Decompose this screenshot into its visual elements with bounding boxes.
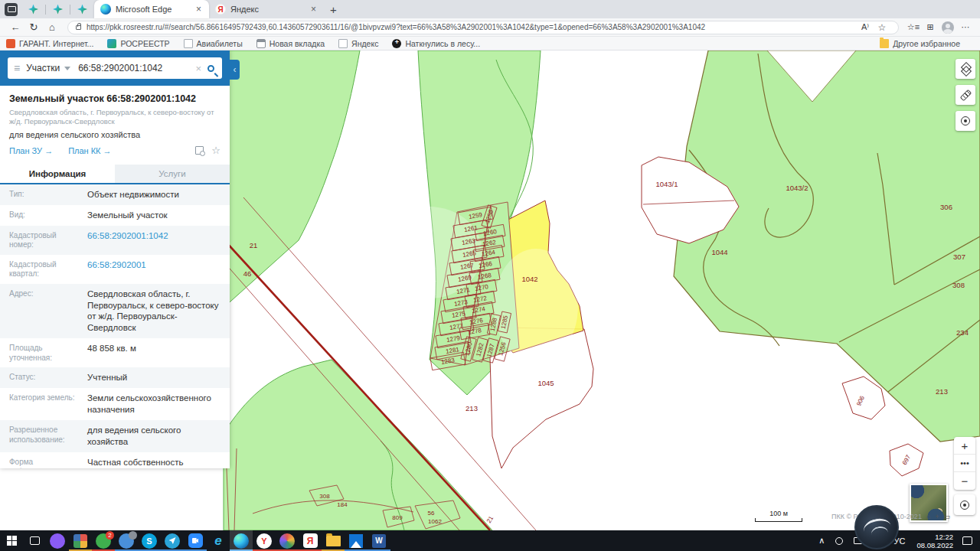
bookmark-label: Авиабилеты <box>197 39 243 48</box>
search-input[interactable]: 66:58:2902001:1042 <box>78 63 189 73</box>
star-icon[interactable]: ☆ <box>211 146 220 155</box>
parcel-label: 1062 <box>428 518 442 525</box>
new-tab-button[interactable]: + <box>330 3 337 16</box>
bookmark-item[interactable]: РОСРЕЕСТР <box>107 39 169 48</box>
search-box[interactable]: ≡ Участки 66:58:2902001:1042 × <box>8 57 222 79</box>
plan-zu-link[interactable]: План ЗУ → <box>9 146 53 155</box>
taskbar-app-2gis[interactable]: 2 <box>92 530 115 551</box>
taskbar-app-internet-explorer[interactable]: e <box>207 530 230 551</box>
favorite-star-icon[interactable]: ☆ <box>874 22 890 33</box>
word-icon: W <box>372 534 386 548</box>
locate-point-button[interactable] <box>956 111 975 131</box>
profile-avatar[interactable] <box>942 21 954 34</box>
taskbar-app-yandex[interactable]: Я <box>299 530 322 551</box>
address-bar[interactable]: https://pkk.rosreestr.ru/#/search/56.866… <box>67 21 899 34</box>
info-label: Категория земель: <box>9 393 80 416</box>
bookmark-item[interactable]: Новая вкладка <box>256 39 325 48</box>
taskbar-app-telegram[interactable] <box>161 530 184 551</box>
close-tab-icon[interactable]: × <box>194 4 203 15</box>
action-center-icon[interactable] <box>962 536 972 545</box>
notification-badge: 2 <box>106 531 114 540</box>
refresh-button[interactable]: ↻ <box>24 21 43 33</box>
read-aloud-icon[interactable]: A⁾ <box>857 22 874 32</box>
other-favorites-label: Другое избранное <box>893 39 960 48</box>
pkk-pinned-tab-icon[interactable] <box>77 5 87 15</box>
bookmark-item[interactable]: Яндекс <box>338 39 378 48</box>
url-text[interactable]: https://pkk.rosreestr.ru/#/search/56.866… <box>87 23 857 31</box>
tray-app-icon[interactable] <box>835 537 843 545</box>
zoom-out-button[interactable]: − <box>954 472 975 490</box>
bookmark-list: ГАРАНТ. Интернет...РОСРЕЕСТРАвиабилетыНо… <box>6 39 494 48</box>
menu-icon[interactable]: ≡ <box>14 62 20 74</box>
garant-favicon <box>6 39 15 48</box>
plan-kk-link[interactable]: План КК → <box>68 146 111 155</box>
bookmark-item[interactable]: ГАРАНТ. Интернет... <box>6 39 93 48</box>
taskbar-app-skype[interactable]: S <box>138 530 161 551</box>
tab-yandex[interactable]: Я Яндекс × <box>209 0 324 18</box>
zoom-in-button[interactable]: + <box>954 437 975 455</box>
taskbar-app-photos-collage[interactable] <box>69 530 92 551</box>
home-mini-icon[interactable]: ⌂ <box>926 513 930 520</box>
start-button[interactable] <box>0 530 23 551</box>
folder-icon <box>880 39 889 48</box>
tab-microsoft-edge[interactable]: Microsoft Edge × <box>94 0 209 18</box>
edge-icon <box>234 533 249 549</box>
info-value-link[interactable]: 66:58:2902001 <box>80 259 220 279</box>
parcel-label: 1043/1 <box>655 180 678 188</box>
measure-button[interactable] <box>956 85 975 105</box>
layers-button[interactable] <box>956 59 975 79</box>
minimap-toggle-icon[interactable]: ▭ <box>944 513 951 520</box>
home-button[interactable]: ⌂ <box>43 21 61 33</box>
page-favicon <box>184 39 193 48</box>
taskbar-app-explorer[interactable] <box>322 530 345 551</box>
taskbar-app-camera[interactable] <box>184 530 207 551</box>
tab-separator <box>45 5 46 15</box>
back-button[interactable]: ← <box>6 21 24 33</box>
taskbar-app-maps[interactable] <box>115 530 138 551</box>
tab-services[interactable]: Услуги <box>115 165 230 183</box>
tray-expand-icon[interactable]: ∧ <box>818 536 825 546</box>
zoom-options-button[interactable]: ••• <box>954 455 975 472</box>
bookmark-item[interactable]: Наткнулись в лесу... <box>392 39 480 48</box>
tab-information[interactable]: Информация <box>0 165 115 183</box>
info-row: Статус:Учтенный <box>0 367 230 388</box>
info-label: Форма собственности: <box>9 457 80 468</box>
clock[interactable]: 12:22 08.08.2022 <box>916 533 953 549</box>
pkk-pinned-tab-icon[interactable] <box>53 5 63 15</box>
taskbar-app-browser[interactable] <box>276 530 299 551</box>
favorites-icon[interactable]: ☆≡ <box>905 22 922 32</box>
taskbar-app-edge[interactable] <box>230 530 253 551</box>
geolocation-button[interactable] <box>954 494 975 515</box>
taskbar-app-photos[interactable] <box>345 530 368 551</box>
yandex-icon: Я <box>303 533 318 548</box>
desktop-screen: Microsoft Edge × Я Яндекс × + ← ↻ ⌂ http… <box>0 0 980 551</box>
map-viewport[interactable]: 1259126112631265126712691271127312751277… <box>0 51 980 530</box>
collapse-panel-button[interactable]: ‹ <box>230 60 240 80</box>
clear-search-icon[interactable]: × <box>195 63 201 74</box>
crosshair-mini-icon[interactable]: + <box>935 513 939 520</box>
task-view-button[interactable] <box>23 530 46 551</box>
taskbar-app-word[interactable]: W <box>368 530 390 551</box>
bookmarks-bar: ГАРАНТ. Интернет...РОСРЕЕСТРАвиабилетыНо… <box>0 37 980 51</box>
search-category-dropdown[interactable]: Участки <box>26 63 60 73</box>
layers-icon <box>962 65 970 73</box>
info-value: Объект недвижимости <box>80 189 220 201</box>
other-favorites[interactable]: Другое избранное <box>880 39 960 48</box>
collections-icon[interactable]: ⊞ <box>922 22 939 32</box>
close-tab-icon[interactable]: × <box>309 4 318 15</box>
taskbar-app-yandex-browser[interactable]: Y <box>253 530 276 551</box>
geolocation-icon <box>960 500 969 510</box>
yandex-favicon: Я <box>215 4 226 15</box>
bookmark-item[interactable]: Авиабилеты <box>184 39 243 48</box>
windows-taskbar: 2 S e Y Я W ∧ РУС 12:22 08.08.2022 <box>0 530 980 551</box>
search-icon[interactable] <box>207 65 214 72</box>
doc-search-icon[interactable] <box>195 146 204 155</box>
zoom-controls: + ••• − <box>954 437 975 490</box>
settings-menu-icon[interactable]: ⋯ <box>957 22 974 32</box>
info-value-link[interactable]: 66:58:2902001:1042 <box>80 230 220 250</box>
pkk-pinned-tab-icon[interactable] <box>28 5 38 15</box>
ruler-icon <box>959 89 972 101</box>
tab-actions-menu-icon[interactable] <box>5 3 18 16</box>
taskbar-app-mail[interactable] <box>46 530 69 551</box>
parcel-address-subtitle: Свердловская область, г. Первоуральск, к… <box>9 108 220 127</box>
